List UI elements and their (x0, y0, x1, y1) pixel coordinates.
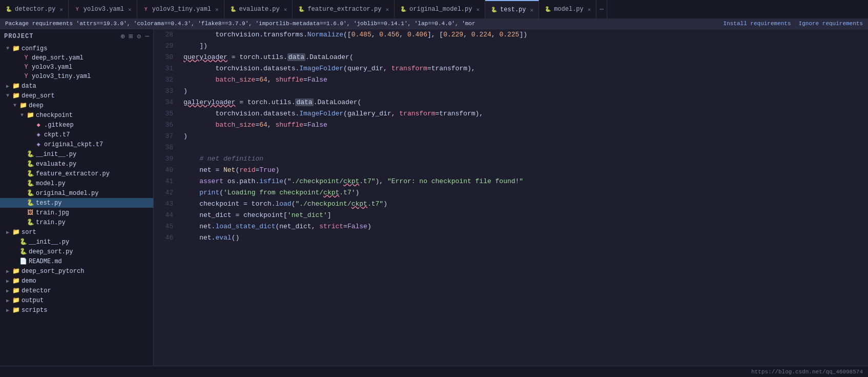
tab-icon-test: 🐍 (490, 6, 498, 13)
arrow-scripts: ▶ (4, 307, 11, 313)
sidebar-item-init-py[interactable]: 🐍 __init__.py (0, 149, 153, 159)
tab-icon-feature: 🐍 (298, 6, 305, 13)
tab-close-test[interactable]: ✕ (530, 7, 534, 13)
tab-model-py[interactable]: 🐍 model.py ✕ (539, 0, 596, 18)
py-icon-deep-sort: 🐍 (18, 248, 28, 255)
label-readme-md: README.md (29, 258, 62, 265)
notification-actions: Install requirements Ignore requirements (724, 21, 863, 27)
sidebar-item-ckpt-t7[interactable]: ◈ ckpt.t7 (0, 130, 153, 140)
line-num-46: 46 (154, 232, 173, 244)
line-numbers: 28 29 30 31 32 33 34 35 36 37 38 39 40 4… (154, 29, 179, 366)
label-test-py: test.py (36, 200, 61, 207)
label-evaluate-py: evaluate.py (36, 161, 76, 168)
line-num-36: 36 (154, 120, 173, 131)
sidebar-item-checkpoint[interactable]: ▼ 📁 checkpoint (0, 110, 153, 120)
folder-icon-dsp: 📁 (11, 267, 20, 275)
tab-original-model-py[interactable]: 🐍 original_model.py ✕ (395, 0, 485, 18)
tab-label-original-model: original_model.py (409, 6, 472, 13)
sidebar-item-output[interactable]: ▶ 📁 output (0, 295, 153, 305)
arrow-configs: ▼ (4, 46, 11, 51)
sidebar-item-detector[interactable]: ▶ 📁 detector (0, 286, 153, 295)
sidebar-item-readme-md[interactable]: 📄 README.md (0, 256, 153, 266)
sidebar-item-deep-sort-pytorch[interactable]: ▶ 📁 deep_sort_pytorch (0, 266, 153, 276)
sidebar-item-train-jpg[interactable]: 🖼 train.jpg (0, 208, 153, 217)
tab-close-model[interactable]: ✕ (588, 6, 591, 13)
label-deep: deep (29, 102, 44, 109)
py-icon-test: 🐍 (26, 199, 35, 207)
tab-close-yolov3[interactable]: ✕ (128, 6, 132, 13)
code-line-46: net.eval() (183, 232, 868, 244)
tab-test-py[interactable]: 🐍 test.py ✕ (485, 0, 539, 18)
tab-yolov3-yaml[interactable]: Y yolov3.yaml ✕ (69, 0, 137, 18)
collapse-icon[interactable]: — (145, 32, 149, 41)
install-requirements-button[interactable]: Install requirements (724, 21, 791, 27)
tab-close-evaluate[interactable]: ✕ (284, 6, 287, 13)
sidebar-item-train-py[interactable]: 🐍 train.py (0, 217, 153, 227)
sidebar-item-data[interactable]: ▶ 📁 data (0, 81, 153, 91)
label-sort-init-py: __init__.py (29, 239, 69, 246)
sidebar-item-evaluate-py[interactable]: 🐍 evaluate.py (0, 159, 153, 169)
sidebar-item-deep[interactable]: ▼ 📁 deep (0, 101, 153, 110)
py-icon-model: 🐍 (26, 180, 35, 187)
sidebar-item-gitkeep[interactable]: ◆ .gitkeep (0, 120, 153, 130)
py-icon-evaluate: 🐍 (26, 160, 35, 168)
tab-bar: 🐍 detector.py ✕ Y yolov3.yaml ✕ Y yolov3… (0, 0, 868, 18)
sidebar-item-yolov3-yaml[interactable]: Y yolov3.yaml (0, 63, 153, 72)
sidebar-item-deep-sort-yaml[interactable]: Y deep_sort.yaml (0, 53, 153, 63)
sidebar-item-configs[interactable]: ▼ 📁 configs (0, 44, 153, 53)
tab-close-feature[interactable]: ✕ (385, 6, 389, 13)
tab-close-detector[interactable]: ✕ (59, 6, 63, 13)
arrow-deep: ▼ (11, 103, 18, 108)
sidebar-item-yolov3-tiny-yaml[interactable]: Y yolov3_tiny.yaml (0, 72, 153, 81)
tab-label-test: test.py (500, 6, 526, 13)
label-train-jpg: train.jpg (36, 209, 69, 216)
code-line-39: # net definition (183, 153, 868, 165)
sidebar-item-sort-init-py[interactable]: 🐍 __init__.py (0, 237, 153, 247)
status-url: https://blog.csdn.net/qq_46098574 (751, 369, 863, 375)
tab-label-detector: detector.py (15, 6, 55, 13)
label-output: output (22, 297, 44, 304)
code-line-29: ]) (183, 41, 868, 52)
sidebar-item-model-py[interactable]: 🐍 model.py (0, 178, 153, 188)
folder-icon-configs: 📁 (11, 45, 20, 52)
yaml-icon-ds: Y (22, 54, 31, 62)
ignore-requirements-button[interactable]: Ignore requirements (799, 21, 863, 27)
code-editor[interactable]: 28 29 30 31 32 33 34 35 36 37 38 39 40 4… (154, 29, 868, 366)
sidebar-item-original-ckpt-t7[interactable]: ◈ original_ckpt.t7 (0, 140, 153, 149)
sidebar-item-test-py[interactable]: 🐍 test.py (0, 198, 153, 208)
label-yolov3-tiny-yaml: yolov3_tiny.yaml (32, 73, 91, 80)
tab-close-yolov3-tiny[interactable]: ✕ (215, 6, 219, 13)
sidebar-item-demo[interactable]: ▶ 📁 demo (0, 276, 153, 286)
tab-yolov3-tiny-yaml[interactable]: Y yolov3_tiny.yaml ✕ (137, 0, 224, 18)
sidebar-item-scripts[interactable]: ▶ 📁 scripts (0, 305, 153, 315)
sidebar-item-sort[interactable]: ▶ 📁 sort (0, 227, 153, 237)
label-deep-sort-pytorch: deep_sort_pytorch (22, 268, 84, 275)
sidebar-item-deep-sort[interactable]: ▼ 📁 deep_sort (0, 91, 153, 101)
arrow-data: ▶ (4, 83, 11, 89)
code-line-44: net_dict = checkpoint['net_dict'] (183, 210, 868, 221)
line-num-29: 29 (154, 41, 173, 52)
tab-detector-py[interactable]: 🐍 detector.py ✕ (0, 0, 69, 18)
yaml-icon-yolov3-tiny: Y (22, 73, 31, 80)
settings-icon[interactable]: ⚙ (137, 32, 141, 41)
label-checkpoint: checkpoint (36, 112, 73, 119)
code-line-42: print('Loading from checkpoint/ckpt.t7') (183, 187, 868, 199)
tab-evaluate-py[interactable]: 🐍 evaluate.py ✕ (224, 0, 293, 18)
py-icon-train: 🐍 (26, 219, 35, 226)
sidebar-item-deep-sort-py[interactable]: 🐍 deep_sort.py (0, 247, 153, 256)
add-file-icon[interactable]: ⊕ (121, 32, 125, 41)
arrow-sort: ▶ (4, 229, 11, 235)
md-icon-readme: 📄 (18, 257, 28, 265)
sidebar: Project ⊕ ⊞ ⚙ — ▼ 📁 configs Y deep_sort.… (0, 29, 154, 366)
tab-feature-extractor-py[interactable]: 🐍 feature_extractor.py ✕ (293, 0, 395, 18)
notification-text: Package requirements 'attrs==19.3.0', 'c… (5, 21, 724, 27)
tab-close-original-model[interactable]: ✕ (476, 6, 480, 13)
sidebar-item-feature-extractor-py[interactable]: 🐍 feature_extractor.py (0, 169, 153, 178)
folder-icon-deep-sort: 📁 (11, 92, 20, 100)
code-line-37: ) (183, 131, 868, 142)
code-line-34: galleryloader = torch.utils.data.DataLoa… (183, 97, 868, 108)
sidebar-item-original-model-py[interactable]: 🐍 original_model.py (0, 188, 153, 198)
add-folder-icon[interactable]: ⊞ (129, 32, 133, 41)
tab-extra[interactable]: ⋯ (596, 0, 607, 18)
notification-bar: Package requirements 'attrs==19.3.0', 'c… (0, 18, 868, 29)
